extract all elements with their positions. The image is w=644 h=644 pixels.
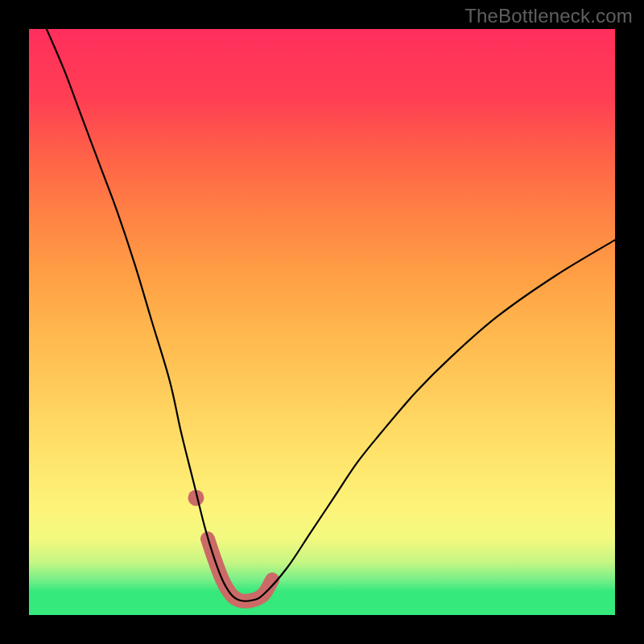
curve-path [47, 29, 615, 601]
chart-svg [29, 29, 615, 615]
chart-frame: TheBottleneck.com [0, 0, 644, 644]
plot-area [29, 29, 615, 615]
watermark-text: TheBottleneck.com [464, 5, 633, 27]
highlight-path [208, 539, 272, 601]
